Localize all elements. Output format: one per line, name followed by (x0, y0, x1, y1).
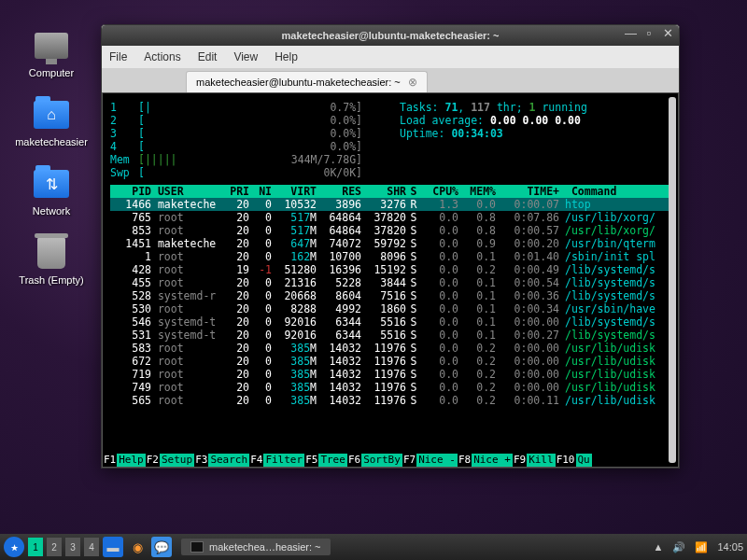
desktop-icons: Computer ⌂ maketecheasier ⇅ Network Tras… (9, 28, 93, 286)
htop-header[interactable]: PID USER PRI NI VIRT RES SHR S CPU% MEM%… (110, 185, 670, 198)
process-row[interactable]: 546 systemd-t2009201663445516S0.00.10:00… (110, 315, 670, 329)
desktop-icon-network[interactable]: ⇅ Network (9, 166, 93, 217)
menu-view[interactable]: View (233, 50, 258, 63)
workspace-1[interactable]: 1 (28, 538, 43, 556)
scrollbar[interactable] (669, 97, 676, 463)
terminal-tab[interactable]: maketecheasier@lubuntu-maketecheasier: ~… (186, 71, 428, 92)
fkey-F3[interactable]: F3Search (194, 454, 249, 467)
htop-fkeys: F1HelpF2SetupF3SearchF4FilterF5TreeF6Sor… (103, 454, 669, 467)
desktop-icon-label: Trash (Empty) (19, 274, 83, 286)
process-row[interactable]: 528 systemd-r2002066886047516S0.00.10:00… (110, 289, 670, 302)
fkey-F9[interactable]: F9Kill (513, 454, 556, 467)
menu-help[interactable]: Help (275, 50, 298, 63)
window-title: maketecheasier@lubuntu-maketecheasier: ~ (282, 30, 500, 41)
tray-network-icon[interactable]: 📶 (695, 541, 708, 553)
terminal-icon (190, 541, 204, 553)
fkey-F2[interactable]: F2Setup (146, 454, 194, 467)
workspace-3[interactable]: 3 (65, 538, 80, 556)
process-row[interactable]: 1451 maketeche200647M7407259792S0.00.90:… (110, 237, 670, 250)
pcmanfm-icon[interactable]: ▬ (103, 537, 123, 557)
desktop-icon-label: Network (33, 205, 70, 217)
tray-updates-icon[interactable]: ▲ (654, 541, 664, 553)
taskbar: ٭ 1 2 3 4 ▬ ◉ 💬 maketechea…heasier: ~ ▲ … (0, 534, 747, 560)
taskbar-item-label: maketechea…heasier: ~ (209, 541, 321, 553)
process-row[interactable]: 1466 maketeche2001053238963276R1.30.00:0… (110, 198, 670, 211)
workspace-2[interactable]: 2 (47, 538, 62, 556)
fkey-F5[interactable]: F5Tree (304, 454, 347, 467)
desktop-icon-home[interactable]: ⌂ maketecheasier (9, 97, 93, 147)
terminal-window: maketecheasier@lubuntu-maketecheasier: ~… (101, 24, 680, 469)
process-row[interactable]: 428 root19-1512801639615192S0.00.20:00.4… (110, 263, 670, 276)
process-row[interactable]: 1 root200162M107008096S0.00.10:01.40/sbi… (110, 250, 670, 263)
menubar: File Actions Edit View Help (102, 46, 679, 68)
process-row[interactable]: 455 root2002131652283844S0.00.10:00.54/l… (110, 276, 670, 289)
firefox-icon[interactable]: ◉ (127, 537, 148, 557)
fkey-F7[interactable]: F7Nice - (402, 454, 458, 467)
fkey-F1[interactable]: F1Help (103, 454, 146, 467)
tab-close-icon[interactable]: ⊗ (408, 76, 417, 89)
process-row[interactable]: 565 root200385M1403211976S0.00.20:00.11/… (110, 394, 670, 407)
menu-actions[interactable]: Actions (144, 50, 180, 63)
monitor-icon (35, 33, 68, 59)
process-row[interactable]: 853 root200517M6486437820S0.00.80:00.57/… (110, 224, 670, 237)
desktop-icon-computer[interactable]: Computer (9, 28, 93, 78)
tab-label: maketecheasier@lubuntu-maketecheasier: ~ (196, 77, 401, 88)
tray-volume-icon[interactable]: 🔊 (672, 541, 685, 553)
fkey-F10[interactable]: F10Qu (556, 454, 592, 467)
maximize-button[interactable]: ▫ (643, 28, 655, 39)
process-row[interactable]: 719 root200385M1403211976S0.00.20:00.00/… (110, 368, 670, 381)
workspace-4[interactable]: 4 (84, 538, 99, 556)
menu-file[interactable]: File (109, 50, 127, 63)
process-row[interactable]: 583 root200385M1403211976S0.00.20:00.00/… (110, 342, 670, 355)
fkey-F4[interactable]: F4Filter (249, 454, 304, 467)
process-row[interactable]: 765 root200517M6486437820S0.00.80:07.86/… (110, 211, 670, 224)
close-button[interactable]: ✕ (662, 28, 673, 39)
desktop-icon-label: Computer (29, 67, 74, 78)
fkey-F6[interactable]: F6SortBy (347, 454, 402, 467)
folder-icon: ⌂ (34, 101, 69, 129)
menu-edit[interactable]: Edit (198, 50, 218, 63)
terminal-content[interactable]: 1[|0.7%] 2[0.0%] 3[0.0%] 4[0.0%]Mem[||||… (102, 92, 679, 468)
folder-network-icon: ⇅ (34, 170, 69, 198)
process-row[interactable]: 530 root200828849921860S0.00.10:00.34/us… (110, 302, 670, 315)
desktop-icon-trash[interactable]: Trash (Empty) (9, 235, 93, 286)
fkey-F8[interactable]: F8Nice + (458, 454, 513, 467)
process-row[interactable]: 749 root200385M1403211976S0.00.20:00.00/… (110, 381, 670, 394)
taskbar-item-terminal[interactable]: maketechea…heasier: ~ (181, 539, 331, 555)
clock[interactable]: 14:05 (717, 541, 743, 553)
titlebar[interactable]: maketecheasier@lubuntu-maketecheasier: ~… (102, 25, 679, 46)
tabbar: maketecheasier@lubuntu-maketecheasier: ~… (102, 68, 679, 92)
desktop-icon-label: maketecheasier (15, 136, 88, 147)
minimize-button[interactable]: — (625, 28, 636, 39)
trash-icon (37, 237, 65, 269)
process-row[interactable]: 672 root200385M1403211976S0.00.20:00.00/… (110, 355, 670, 368)
process-row[interactable]: 531 systemd-t2009201663445516S0.00.10:00… (110, 329, 670, 342)
chat-icon[interactable]: 💬 (151, 537, 172, 557)
app-menu-button[interactable]: ٭ (4, 537, 24, 557)
